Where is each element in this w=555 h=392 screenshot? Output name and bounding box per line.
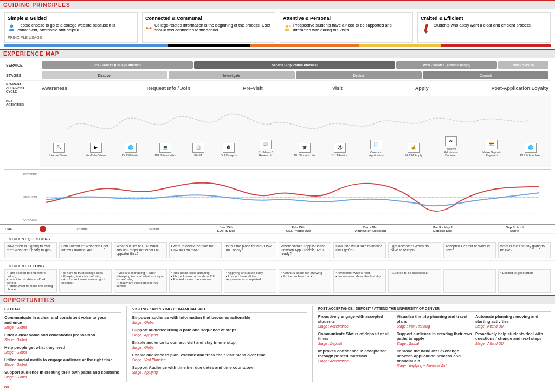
student-questions-label: STUDENT QUESTIONS bbox=[4, 236, 551, 242]
act-label-7: DU News / Research bbox=[253, 151, 278, 157]
key-activities-content: 🔍 Internet Search ▶ YouTube Views 🌐 DU W… bbox=[40, 96, 551, 167]
time-item-6: Mar 9 - May 1Deposit Due bbox=[406, 226, 479, 232]
service-segments: Pre - Service (College Interest) Service… bbox=[42, 61, 548, 69]
time-axis-label: TIME bbox=[4, 227, 40, 231]
principle-usage-1: PRINCIPLE USAGE bbox=[8, 36, 134, 40]
guiding-principles-section: GUIDING PRINCIPLES Simple & Guided Peopl… bbox=[0, 0, 555, 49]
opp-post-5: Support audience in creating their own p… bbox=[397, 331, 472, 345]
opportunities-header: OPPORTUNITIES bbox=[0, 295, 555, 304]
opp-visiting-1-title: Empower audience with information that b… bbox=[132, 315, 307, 320]
sf-item-9 bbox=[443, 269, 496, 293]
act-fafsa: 💰 FAFSA Apply bbox=[405, 143, 422, 157]
act-du-news: 📰 DU News / Research bbox=[253, 140, 278, 157]
post-col-3: Automate planning / moving and starting … bbox=[475, 314, 551, 371]
activities-icons-row: 🔍 Internet Search ▶ YouTube Views 🌐 DU W… bbox=[41, 99, 550, 158]
opp-post-8-title: Proactively help students deal with ques… bbox=[475, 331, 551, 341]
sac-row: STUDENTAPPLICANTCYCLE Awareness Request … bbox=[4, 81, 551, 96]
sac-apply: Apply bbox=[379, 86, 464, 91]
act-icon-4: 💻 bbox=[159, 143, 171, 153]
opp-post-6: Improve the hand off / exchange between … bbox=[397, 349, 472, 368]
guiding-principles-content: Simple & Guided People choose to go to a… bbox=[0, 9, 555, 49]
opp-visiting-4-stage: Stage : Visit Planning bbox=[132, 358, 307, 362]
opp-post-5-title: Support audience in creating their own p… bbox=[397, 331, 472, 341]
student-feeling-section: STUDENT FEELING • I am excited to find w… bbox=[0, 260, 555, 295]
act-icon-8: 🎓 bbox=[299, 143, 311, 153]
sq-item-4: I want to check the plan for. How do I d… bbox=[169, 242, 222, 258]
act-icon-3: 🌐 bbox=[125, 143, 137, 153]
sac-content: Awareness Request Info / Join Pre-Visit … bbox=[40, 81, 551, 96]
opp-global-5: Support audience in creating their own p… bbox=[4, 370, 121, 379]
opp-global-3-stage: Stage : Global bbox=[4, 350, 121, 354]
experience-map-content: SERVICE Pre - Service (College Interest)… bbox=[0, 58, 555, 169]
act-common-app: 📄 Common Application bbox=[364, 140, 389, 157]
act-icon-7: 📰 bbox=[260, 140, 272, 149]
act-icon-6: 🏛 bbox=[223, 143, 235, 153]
color-bar-orange bbox=[250, 44, 360, 47]
time-item-4: Feb 15thCSS Profile Due bbox=[262, 226, 334, 232]
connected-icon bbox=[145, 23, 152, 34]
opp-col-global: GLOBAL Communicate in a clear and consis… bbox=[4, 306, 121, 382]
act-icon-5: 📋 bbox=[192, 143, 204, 153]
act-du-website-final: 🌐 DU School Web bbox=[520, 143, 541, 157]
opp-global-2-title: Offer a clear value and educational prop… bbox=[4, 332, 121, 337]
sac-request-info: Request Info / Join bbox=[126, 86, 211, 91]
opportunities-grid: GLOBAL Communicate in a clear and consis… bbox=[4, 306, 551, 382]
opp-post-3-title: Improves confidence in acceptance throug… bbox=[318, 349, 393, 358]
opp-global-2: Offer a clear value and educational prop… bbox=[4, 332, 121, 342]
svg-marker-6 bbox=[424, 31, 428, 34]
principle-icon-area-1: People choose to go to a college website… bbox=[8, 23, 134, 34]
sac-post-application: Post-Application Loyalty bbox=[464, 86, 548, 91]
opp-post-3-stage: Stage : Acceptance bbox=[318, 359, 393, 363]
time-item-7: Sep SchoolStarts bbox=[479, 226, 551, 232]
time-markers: <6mths >4mths Jan 15thEDI/RD Due Feb 15t… bbox=[40, 226, 551, 232]
svg-point-2 bbox=[150, 27, 152, 29]
feeling-chart-container: EXCITED FEELING ANXIOUS bbox=[9, 170, 546, 224]
act-label-9: DU Athletics bbox=[332, 154, 348, 157]
opp-global-3-title: Help people get what they need bbox=[4, 345, 121, 350]
student-feeling-row: • I am excited to find where I belong• I… bbox=[4, 269, 551, 293]
opp-post-8: Proactively help students deal with ques… bbox=[475, 331, 551, 345]
act-icon-12: ✉ bbox=[445, 136, 457, 146]
opp-post-2-title: Communicate Status of deposit at all tim… bbox=[318, 331, 393, 341]
service-label: SERVICE bbox=[4, 60, 40, 70]
opp-global-1: Communicate in a clear and consistent vo… bbox=[4, 315, 121, 329]
sac-items: Awareness Request Info / Join Pre-Visit … bbox=[42, 86, 548, 91]
person-icon bbox=[8, 23, 16, 34]
stages-segments: Discover Investigate Decide Commit bbox=[42, 71, 548, 79]
act-receive-admission: ✉ Receive Admission Decision bbox=[438, 136, 463, 157]
opp-global-4-stage: Stage : Global bbox=[4, 363, 121, 367]
opp-visiting-2-title: Support audience using a path and sequen… bbox=[132, 328, 307, 332]
svg-point-0 bbox=[10, 24, 13, 28]
act-du-school-web: 💻 DU School Web bbox=[154, 143, 176, 157]
act-internet-search: 🔍 Internet Search bbox=[49, 143, 69, 157]
sq-item-3: What is it like at DU? What should I maj… bbox=[114, 242, 166, 258]
stage-discover: Discover bbox=[42, 71, 167, 79]
principle-desc-1: People choose to go to a college website… bbox=[18, 23, 134, 32]
student-questions-section: STUDENT QUESTIONS How much is it going t… bbox=[0, 233, 555, 260]
opp-visiting-5-title: Support Audience with timeline, due date… bbox=[132, 365, 307, 370]
principle-icon-area-2: College-related information is the begin… bbox=[145, 23, 272, 34]
opp-global-5-stage: Stage : Global bbox=[4, 375, 121, 379]
act-label-6: DU Campus bbox=[221, 154, 237, 157]
principle-title-1: Simple & Guided bbox=[8, 16, 134, 21]
service-content: Pre - Service (College Interest) Service… bbox=[40, 60, 551, 70]
opp-visiting-2-stage: Stage : Applying bbox=[132, 333, 307, 337]
sf-item-8: • Excited to be successful bbox=[388, 269, 441, 293]
feeling-excited-label: EXCITED bbox=[10, 173, 37, 176]
stages-content: Discover Investigate Decide Commit bbox=[40, 70, 551, 80]
act-label-8: DU Student Life bbox=[294, 154, 315, 157]
act-label-10: Common Application bbox=[364, 151, 389, 157]
sac-pre-visit: Pre-Visit bbox=[211, 86, 295, 91]
act-icon-11: 💰 bbox=[408, 143, 420, 153]
opp-visiting-5-stage: Stage : Applying bbox=[132, 370, 307, 374]
sq-item-2: Can I afford it? What can I get for my F… bbox=[59, 242, 112, 258]
act-label-12: Receive Admission Decision bbox=[438, 147, 463, 157]
opp-global-2-stage: Stage : Global bbox=[4, 338, 121, 342]
principle-desc-3: Prospective students have a need to be s… bbox=[293, 23, 410, 32]
time-row: TIME <6mths >4mths Jan 15thEDI/RD Due Fe… bbox=[0, 224, 555, 233]
pencil-icon bbox=[421, 23, 431, 34]
act-label-13: Make Deposit Payment bbox=[480, 151, 504, 157]
key-activities-label: KEYACTIVITIES bbox=[4, 96, 40, 108]
feeling-anxious-label: ANXIOUS bbox=[10, 218, 37, 221]
sac-awareness: Awareness bbox=[42, 86, 126, 91]
